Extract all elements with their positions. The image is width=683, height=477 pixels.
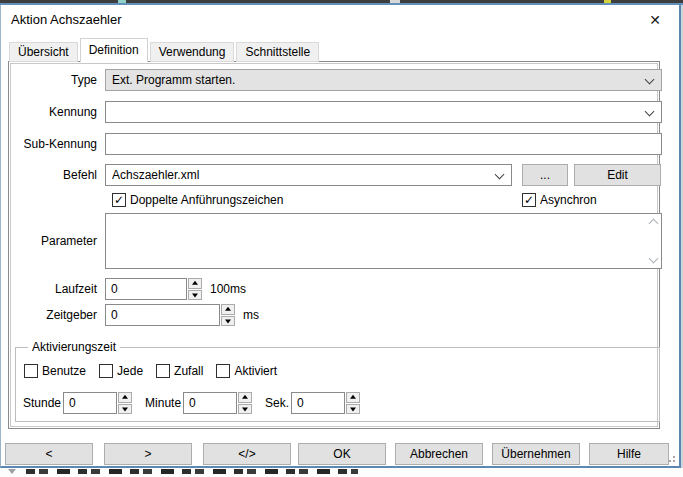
asynchron-label[interactable]: Asynchron [540,193,597,208]
befehl-label: Befehl [9,164,97,186]
jede-label[interactable]: Jede [117,364,143,378]
sek-spin-up-button[interactable] [346,392,360,403]
befehl-combobox[interactable]: Achszaehler.xml [105,164,512,186]
jede-option: Jede [99,364,143,378]
sub-kennung-label: Sub-Kennung [9,133,97,155]
kennung-label: Kennung [9,101,97,123]
minute-spin-down-button[interactable] [238,404,252,415]
sub-kennung-input[interactable] [105,133,662,155]
sek-spin-down-button[interactable] [346,404,360,415]
aktivierungszeit-checkbox-row: Benutze Jede Zufall Aktiviert [24,364,277,378]
next-button[interactable]: > [104,443,192,465]
ok-button[interactable]: OK [298,443,386,465]
sek-label: Sek. [265,396,289,410]
browse-button[interactable]: ... [522,164,568,186]
parameter-field [105,213,662,269]
laufzeit-input[interactable] [105,278,187,300]
aktiviert-option: Aktiviert [216,364,277,378]
benutze-label[interactable]: Benutze [42,364,86,378]
zeitgeber-label: Zeitgeber [9,304,97,326]
chevron-down-icon[interactable] [495,170,505,180]
background-speck [604,0,611,3]
doppelte-anfuehrungszeichen-label[interactable]: Doppelte Anführungszeichen [130,193,283,208]
type-combobox-value: Ext. Programm starten. [112,70,641,90]
background-speck [390,0,400,3]
zeitgeber-unit-label: ms [243,304,259,326]
kennung-combobox[interactable] [105,101,662,123]
prev-button[interactable]: < [5,443,93,465]
edit-button[interactable]: Edit [574,164,661,186]
background-window-bottom [0,468,683,477]
parameter-label: Parameter [9,230,97,252]
jede-checkbox[interactable] [99,364,113,378]
hilfe-button[interactable]: Hilfe [589,443,669,465]
asynchron-checkbox[interactable]: ✓ [522,193,536,207]
minute-spinner [238,392,252,414]
minute-label: Minute [145,396,181,410]
tab-bar: Übersicht Definition Verwendung Schnitts… [9,38,321,62]
minute-input[interactable] [183,392,237,414]
laufzeit-spin-up-button[interactable] [188,278,202,289]
doppelte-anfuehrungszeichen-checkbox[interactable]: ✓ [112,193,126,207]
zeitgeber-spin-up-button[interactable] [221,304,235,315]
tab-verwendung[interactable]: Verwendung [150,42,235,62]
benutze-option: Benutze [24,364,86,378]
title-bar: Aktion Achszaehler ✕ [1,5,679,35]
aktivierungszeit-time-row: Stunde Minute Sek. [23,392,360,414]
uebernehmen-button[interactable]: Übernehmen [492,443,580,465]
aktivierungszeit-legend: Aktivierungszeit [28,340,120,355]
zufall-option: Zufall [156,364,203,378]
chevron-down-icon[interactable] [645,75,655,85]
tab-schnittstelle[interactable]: Schnittstelle [236,42,319,62]
laufzeit-unit-label: 100ms [210,278,246,300]
tab-definition[interactable]: Definition [80,38,148,62]
befehl-combobox-value: Achszaehler.xml [112,165,491,185]
parameter-textarea[interactable] [105,213,662,269]
stunde-spinner [118,392,132,414]
zeitgeber-spin-down-button[interactable] [221,316,235,327]
abbrechen-button[interactable]: Abbrechen [395,443,483,465]
sek-spinner [346,392,360,414]
background-window-text-fragment [26,469,358,474]
background-speck [118,0,126,3]
chevron-down-icon[interactable] [645,107,655,117]
minute-spin-up-button[interactable] [238,392,252,403]
sek-input[interactable] [291,392,345,414]
type-label: Type [9,69,97,91]
code-button[interactable]: </> [203,443,291,465]
zeitgeber-spinner [221,304,235,326]
type-combobox[interactable]: Ext. Programm starten. [105,69,662,91]
laufzeit-spin-down-button[interactable] [188,290,202,301]
dialog-aktion-achszaehler: Aktion Achszaehler ✕ Übersicht Definitio… [0,5,681,468]
aktivierungszeit-group: Aktivierungszeit Benutze Jede Zufall [15,347,660,422]
stunde-label: Stunde [23,396,61,410]
laufzeit-label: Laufzeit [9,278,97,300]
zufall-label[interactable]: Zufall [174,364,203,378]
background-tree-marker [8,469,16,474]
zeitgeber-input[interactable] [105,304,220,326]
screen: Aktion Achszaehler ✕ Übersicht Definitio… [0,0,683,477]
tab-uebersicht[interactable]: Übersicht [9,42,78,62]
aktiviert-label[interactable]: Aktiviert [234,364,277,378]
stunde-spin-down-button[interactable] [118,404,132,415]
stunde-input[interactable] [63,392,117,414]
resize-grip[interactable] [665,452,676,463]
laufzeit-spinner [188,278,202,300]
benutze-checkbox[interactable] [24,364,38,378]
stunde-spin-up-button[interactable] [118,392,132,403]
zufall-checkbox[interactable] [156,364,170,378]
tab-page-definition: Type Ext. Programm starten. Kennung Sub-… [8,61,660,429]
aktiviert-checkbox[interactable] [216,364,230,378]
dialog-title: Aktion Achszaehler [11,12,122,27]
close-button[interactable]: ✕ [641,9,669,31]
